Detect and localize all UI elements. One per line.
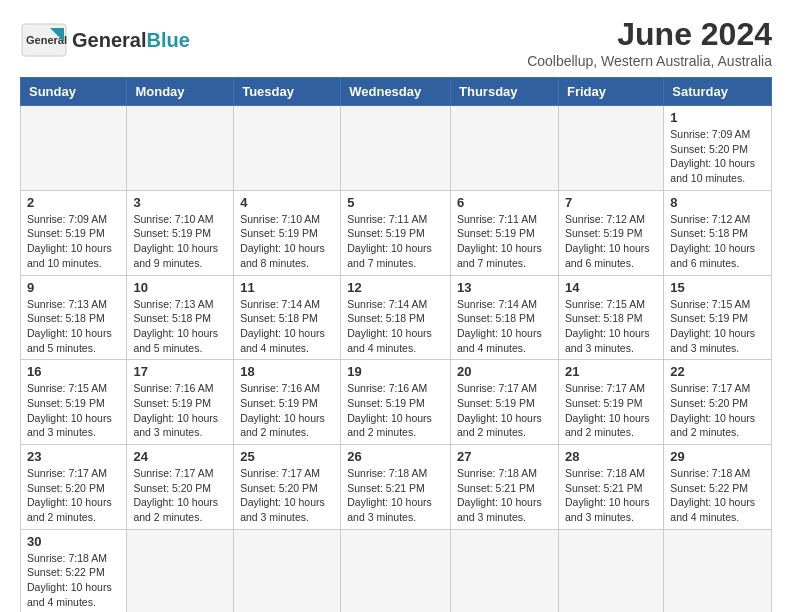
calendar-day-cell: 12Sunrise: 7:14 AM Sunset: 5:18 PM Dayli… xyxy=(341,275,451,360)
calendar-day-cell: 9Sunrise: 7:13 AM Sunset: 5:18 PM Daylig… xyxy=(21,275,127,360)
calendar-day-cell: 21Sunrise: 7:17 AM Sunset: 5:19 PM Dayli… xyxy=(558,360,663,445)
calendar-day-cell: 15Sunrise: 7:15 AM Sunset: 5:19 PM Dayli… xyxy=(664,275,772,360)
calendar-day-cell: 29Sunrise: 7:18 AM Sunset: 5:22 PM Dayli… xyxy=(664,445,772,530)
day-info: Sunrise: 7:17 AM Sunset: 5:19 PM Dayligh… xyxy=(565,381,657,440)
day-number: 3 xyxy=(133,195,227,210)
day-info: Sunrise: 7:13 AM Sunset: 5:18 PM Dayligh… xyxy=(27,297,120,356)
day-number: 25 xyxy=(240,449,334,464)
calendar-week-row: 1Sunrise: 7:09 AM Sunset: 5:20 PM Daylig… xyxy=(21,106,772,191)
header: General GeneralBlue June 2024 Coolbellup… xyxy=(20,16,772,69)
day-info: Sunrise: 7:18 AM Sunset: 5:22 PM Dayligh… xyxy=(670,466,765,525)
calendar-day-cell xyxy=(664,529,772,612)
day-number: 22 xyxy=(670,364,765,379)
calendar-day-cell: 7Sunrise: 7:12 AM Sunset: 5:19 PM Daylig… xyxy=(558,190,663,275)
calendar-day-cell: 25Sunrise: 7:17 AM Sunset: 5:20 PM Dayli… xyxy=(234,445,341,530)
day-info: Sunrise: 7:09 AM Sunset: 5:19 PM Dayligh… xyxy=(27,212,120,271)
day-info: Sunrise: 7:13 AM Sunset: 5:18 PM Dayligh… xyxy=(133,297,227,356)
day-number: 18 xyxy=(240,364,334,379)
logo-text: GeneralBlue xyxy=(72,29,190,52)
day-info: Sunrise: 7:12 AM Sunset: 5:19 PM Dayligh… xyxy=(565,212,657,271)
day-info: Sunrise: 7:16 AM Sunset: 5:19 PM Dayligh… xyxy=(347,381,444,440)
calendar-day-cell: 16Sunrise: 7:15 AM Sunset: 5:19 PM Dayli… xyxy=(21,360,127,445)
day-info: Sunrise: 7:14 AM Sunset: 5:18 PM Dayligh… xyxy=(347,297,444,356)
calendar-day-cell: 28Sunrise: 7:18 AM Sunset: 5:21 PM Dayli… xyxy=(558,445,663,530)
day-info: Sunrise: 7:17 AM Sunset: 5:19 PM Dayligh… xyxy=(457,381,552,440)
day-number: 17 xyxy=(133,364,227,379)
day-number: 26 xyxy=(347,449,444,464)
weekday-header-row: SundayMondayTuesdayWednesdayThursdayFrid… xyxy=(21,78,772,106)
weekday-header-saturday: Saturday xyxy=(664,78,772,106)
day-info: Sunrise: 7:17 AM Sunset: 5:20 PM Dayligh… xyxy=(27,466,120,525)
calendar-day-cell xyxy=(127,529,234,612)
day-info: Sunrise: 7:18 AM Sunset: 5:22 PM Dayligh… xyxy=(27,551,120,610)
calendar-day-cell: 22Sunrise: 7:17 AM Sunset: 5:20 PM Dayli… xyxy=(664,360,772,445)
day-number: 20 xyxy=(457,364,552,379)
logo-icon: General xyxy=(20,16,68,64)
day-info: Sunrise: 7:18 AM Sunset: 5:21 PM Dayligh… xyxy=(347,466,444,525)
month-title: June 2024 xyxy=(527,16,772,53)
day-info: Sunrise: 7:11 AM Sunset: 5:19 PM Dayligh… xyxy=(347,212,444,271)
calendar-day-cell xyxy=(558,529,663,612)
calendar-day-cell: 8Sunrise: 7:12 AM Sunset: 5:18 PM Daylig… xyxy=(664,190,772,275)
calendar-day-cell: 2Sunrise: 7:09 AM Sunset: 5:19 PM Daylig… xyxy=(21,190,127,275)
day-number: 19 xyxy=(347,364,444,379)
calendar-day-cell xyxy=(341,529,451,612)
calendar-day-cell xyxy=(127,106,234,191)
day-info: Sunrise: 7:16 AM Sunset: 5:19 PM Dayligh… xyxy=(240,381,334,440)
day-number: 23 xyxy=(27,449,120,464)
calendar-day-cell: 17Sunrise: 7:16 AM Sunset: 5:19 PM Dayli… xyxy=(127,360,234,445)
weekday-header-thursday: Thursday xyxy=(451,78,559,106)
calendar-day-cell: 11Sunrise: 7:14 AM Sunset: 5:18 PM Dayli… xyxy=(234,275,341,360)
day-number: 5 xyxy=(347,195,444,210)
day-number: 21 xyxy=(565,364,657,379)
weekday-header-sunday: Sunday xyxy=(21,78,127,106)
calendar-week-row: 16Sunrise: 7:15 AM Sunset: 5:19 PM Dayli… xyxy=(21,360,772,445)
calendar-day-cell: 1Sunrise: 7:09 AM Sunset: 5:20 PM Daylig… xyxy=(664,106,772,191)
weekday-header-friday: Friday xyxy=(558,78,663,106)
calendar-day-cell: 4Sunrise: 7:10 AM Sunset: 5:19 PM Daylig… xyxy=(234,190,341,275)
calendar-day-cell: 19Sunrise: 7:16 AM Sunset: 5:19 PM Dayli… xyxy=(341,360,451,445)
day-info: Sunrise: 7:17 AM Sunset: 5:20 PM Dayligh… xyxy=(240,466,334,525)
day-info: Sunrise: 7:18 AM Sunset: 5:21 PM Dayligh… xyxy=(457,466,552,525)
calendar-day-cell: 6Sunrise: 7:11 AM Sunset: 5:19 PM Daylig… xyxy=(451,190,559,275)
weekday-header-wednesday: Wednesday xyxy=(341,78,451,106)
day-number: 11 xyxy=(240,280,334,295)
day-number: 28 xyxy=(565,449,657,464)
day-number: 10 xyxy=(133,280,227,295)
day-number: 9 xyxy=(27,280,120,295)
day-number: 13 xyxy=(457,280,552,295)
day-info: Sunrise: 7:14 AM Sunset: 5:18 PM Dayligh… xyxy=(457,297,552,356)
day-info: Sunrise: 7:16 AM Sunset: 5:19 PM Dayligh… xyxy=(133,381,227,440)
calendar-day-cell xyxy=(341,106,451,191)
calendar-day-cell xyxy=(558,106,663,191)
calendar-day-cell xyxy=(451,529,559,612)
day-number: 14 xyxy=(565,280,657,295)
day-info: Sunrise: 7:17 AM Sunset: 5:20 PM Dayligh… xyxy=(133,466,227,525)
calendar-day-cell: 23Sunrise: 7:17 AM Sunset: 5:20 PM Dayli… xyxy=(21,445,127,530)
day-info: Sunrise: 7:17 AM Sunset: 5:20 PM Dayligh… xyxy=(670,381,765,440)
calendar-day-cell: 3Sunrise: 7:10 AM Sunset: 5:19 PM Daylig… xyxy=(127,190,234,275)
day-info: Sunrise: 7:18 AM Sunset: 5:21 PM Dayligh… xyxy=(565,466,657,525)
day-number: 29 xyxy=(670,449,765,464)
calendar-day-cell xyxy=(234,106,341,191)
calendar-table: SundayMondayTuesdayWednesdayThursdayFrid… xyxy=(20,77,772,612)
calendar-day-cell: 10Sunrise: 7:13 AM Sunset: 5:18 PM Dayli… xyxy=(127,275,234,360)
day-number: 4 xyxy=(240,195,334,210)
day-info: Sunrise: 7:11 AM Sunset: 5:19 PM Dayligh… xyxy=(457,212,552,271)
calendar-day-cell: 26Sunrise: 7:18 AM Sunset: 5:21 PM Dayli… xyxy=(341,445,451,530)
calendar-day-cell: 24Sunrise: 7:17 AM Sunset: 5:20 PM Dayli… xyxy=(127,445,234,530)
calendar-day-cell xyxy=(234,529,341,612)
title-area: June 2024 Coolbellup, Western Australia,… xyxy=(527,16,772,69)
day-number: 7 xyxy=(565,195,657,210)
day-info: Sunrise: 7:12 AM Sunset: 5:18 PM Dayligh… xyxy=(670,212,765,271)
calendar-day-cell: 20Sunrise: 7:17 AM Sunset: 5:19 PM Dayli… xyxy=(451,360,559,445)
weekday-header-monday: Monday xyxy=(127,78,234,106)
day-number: 30 xyxy=(27,534,120,549)
day-info: Sunrise: 7:09 AM Sunset: 5:20 PM Dayligh… xyxy=(670,127,765,186)
day-info: Sunrise: 7:15 AM Sunset: 5:19 PM Dayligh… xyxy=(27,381,120,440)
calendar-day-cell: 14Sunrise: 7:15 AM Sunset: 5:18 PM Dayli… xyxy=(558,275,663,360)
calendar-day-cell: 13Sunrise: 7:14 AM Sunset: 5:18 PM Dayli… xyxy=(451,275,559,360)
calendar-day-cell: 5Sunrise: 7:11 AM Sunset: 5:19 PM Daylig… xyxy=(341,190,451,275)
calendar-day-cell xyxy=(451,106,559,191)
calendar-day-cell xyxy=(21,106,127,191)
